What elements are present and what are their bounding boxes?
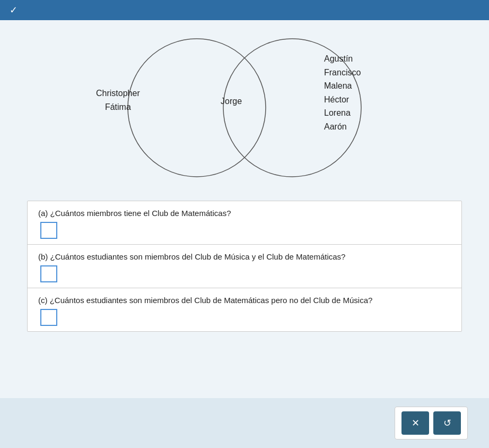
- left-item-fatima: Fátima: [96, 100, 140, 114]
- right-item-francisco: Francisco: [324, 66, 361, 80]
- center-item-jorge: Jorge: [221, 94, 242, 108]
- venn-diagram: Christopher Fátima Jorge Agustín Francis…: [64, 31, 425, 185]
- right-item-agustin: Agustín: [324, 52, 361, 66]
- right-circle-labels: Agustín Francisco Malena Héctor Lorena A…: [324, 52, 361, 134]
- question-a-prefix: (a): [38, 209, 50, 218]
- right-item-hector: Héctor: [324, 93, 361, 107]
- question-c-answer-box[interactable]: [40, 309, 57, 326]
- right-item-lorena: Lorena: [324, 106, 361, 120]
- undo-icon: ↺: [443, 417, 451, 429]
- question-c-text: ¿Cuántos estudiantes son miembros del Cl…: [50, 296, 373, 305]
- question-c-prefix: (c): [38, 296, 50, 305]
- question-b-answer-box[interactable]: [40, 265, 57, 282]
- right-item-malena: Malena: [324, 79, 361, 93]
- main-content: Christopher Fátima Jorge Agustín Francis…: [0, 20, 489, 398]
- cancel-icon: ✕: [412, 417, 420, 429]
- action-buttons-container: ✕ ↺: [395, 407, 468, 440]
- checkmark-button[interactable]: ✓: [6, 3, 21, 17]
- undo-button[interactable]: ↺: [433, 411, 461, 435]
- bottom-bar: ✕ ↺: [0, 398, 489, 448]
- center-labels: Jorge: [221, 94, 242, 108]
- question-a-row: (a) ¿Cuántos miembros tiene el Club de M…: [28, 201, 461, 245]
- left-circle-labels: Christopher Fátima: [96, 87, 140, 114]
- cancel-button[interactable]: ✕: [401, 411, 429, 435]
- question-b-row: (b) ¿Cuántos estudiantes son miembros de…: [28, 245, 461, 288]
- svg-point-0: [128, 39, 266, 177]
- question-b-label: (b) ¿Cuántos estudiantes son miembros de…: [38, 252, 451, 261]
- question-a-text: ¿Cuántos miembros tiene el Club de Matem…: [50, 209, 231, 218]
- questions-container: (a) ¿Cuántos miembros tiene el Club de M…: [27, 201, 462, 332]
- question-b-text: ¿Cuántos estudiantes son miembros del Cl…: [50, 252, 346, 261]
- left-item-christopher: Christopher: [96, 87, 140, 100]
- question-a-label: (a) ¿Cuántos miembros tiene el Club de M…: [38, 209, 451, 218]
- question-a-answer-box[interactable]: [40, 222, 57, 239]
- question-c-row: (c) ¿Cuántos estudiantes son miembros de…: [28, 288, 461, 331]
- top-bar: ✓: [0, 0, 489, 20]
- right-item-aaron: Aarón: [324, 120, 361, 134]
- question-c-label: (c) ¿Cuántos estudiantes son miembros de…: [38, 296, 451, 305]
- question-b-prefix: (b): [38, 252, 50, 261]
